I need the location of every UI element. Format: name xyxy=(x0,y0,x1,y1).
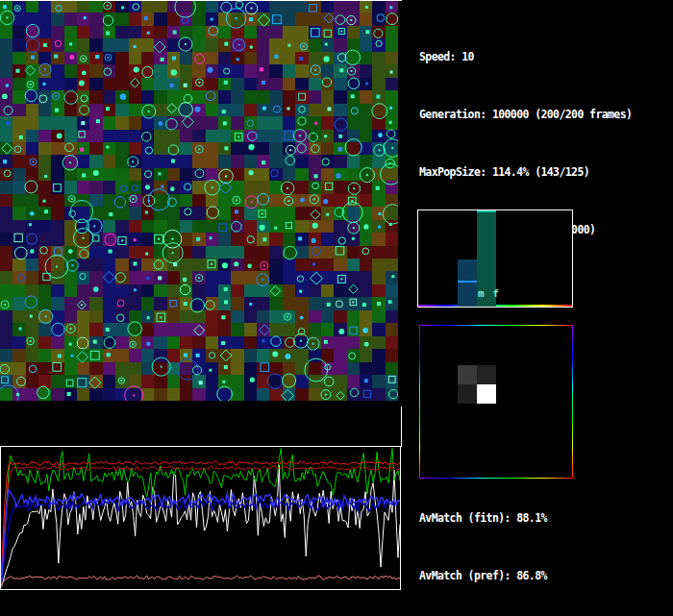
matrix-border-left xyxy=(419,325,420,479)
stat-maxpopsize: MaxPopSize: 114.4% (143/125) xyxy=(419,162,632,182)
matrix-cell xyxy=(477,365,496,384)
stat-generation: Generation: 100000 (200/200 frames) xyxy=(419,105,632,124)
simulation-window: Speed: 10 Generation: 100000 (200/200 fr… xyxy=(0,0,673,616)
frame-progress-bar xyxy=(0,0,402,1)
world-grid-view[interactable] xyxy=(0,0,398,401)
stat-avmatch-fitn: AvMatch (fitn): 88.1% xyxy=(419,508,632,528)
male-bar xyxy=(458,259,477,307)
matrix-cell xyxy=(458,365,477,384)
history-line-chart xyxy=(0,446,401,590)
stat-speed: Speed: 10 xyxy=(419,47,632,66)
stats-panel: Speed: 10 Generation: 100000 (200/200 fr… xyxy=(419,9,632,616)
frame-progress-thumb xyxy=(401,407,402,447)
matrix-border-top xyxy=(419,325,573,326)
male-marker-line xyxy=(458,281,477,283)
matrix-border-right xyxy=(572,325,573,479)
female-bar-cap xyxy=(477,210,496,212)
stat-avmatch-pref: AvMatch (pref): 86.8% xyxy=(419,566,632,585)
matrix-border-bottom xyxy=(419,478,573,479)
pairing-matrix-panel xyxy=(419,325,573,479)
sex-labels: m f xyxy=(478,287,500,300)
matrix-cell xyxy=(458,384,477,404)
matrix-cell xyxy=(477,384,496,404)
sex-histogram-panel: m f xyxy=(417,209,573,308)
